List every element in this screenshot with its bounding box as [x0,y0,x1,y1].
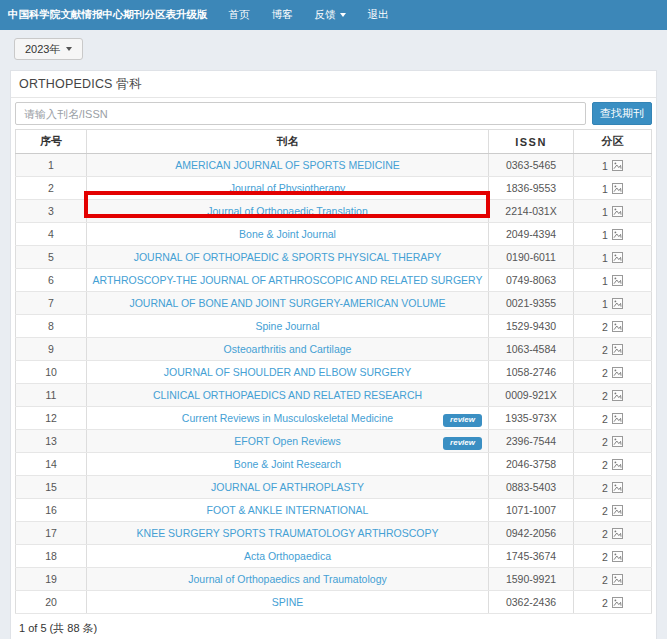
journal-link[interactable]: Bone & Joint Journal [239,228,336,240]
row-index: 3 [16,200,87,223]
journal-name-cell: SPINE [87,591,489,614]
partition-value: 2 [574,315,652,338]
nav-item-blog[interactable]: 博客 [261,8,304,22]
broken-image-icon [612,390,623,401]
journal-link[interactable]: SPINE [272,596,304,608]
partition-value: 1 [574,223,652,246]
journal-name-cell: ARTHROSCOPY-THE JOURNAL OF ARTHROSCOPIC … [87,269,489,292]
journal-name-cell: Journal of Physiotherapy [87,177,489,200]
partition-value: 1 [574,200,652,223]
partition-value: 1 [574,292,652,315]
row-index: 12 [16,407,87,430]
broken-image-icon [612,505,623,516]
issn-value: 0883-5403 [489,476,574,499]
issn-value: 2049-4394 [489,223,574,246]
partition-value: 2 [574,476,652,499]
journal-link[interactable]: Osteoarthritis and Cartilage [224,343,352,355]
partition-value: 2 [574,453,652,476]
journal-name-cell: FOOT & ANKLE INTERNATIONAL [87,499,489,522]
journal-link[interactable]: Spine Journal [255,320,319,332]
journal-link[interactable]: Journal of Orthopaedic Translation [207,205,368,217]
table-row: 17KNEE SURGERY SPORTS TRAUMATOLOGY ARTHR… [16,522,652,545]
row-index: 11 [16,384,87,407]
journal-name-cell: JOURNAL OF ARTHROPLASTY [87,476,489,499]
issn-value: 0362-2436 [489,591,574,614]
search-input[interactable] [15,102,586,125]
broken-image-icon [612,413,623,424]
broken-image-icon [612,229,623,240]
row-index: 18 [16,545,87,568]
broken-image-icon [612,482,623,493]
partition-value: 2 [574,545,652,568]
journal-link[interactable]: JOURNAL OF SHOULDER AND ELBOW SURGERY [164,366,411,378]
partition-value: 1 [574,177,652,200]
search-row: 查找期刊 [15,102,652,125]
journal-link[interactable]: ARTHROSCOPY-THE JOURNAL OF ARTHROSCOPIC … [93,274,483,286]
caret-down-icon [340,13,346,17]
table-row: 9Osteoarthritis and Cartilage1063-45842 [16,338,652,361]
row-index: 8 [16,315,87,338]
journal-link[interactable]: Journal of Physiotherapy [230,182,346,194]
journal-link[interactable]: JOURNAL OF ORTHOPAEDIC & SPORTS PHYSICAL… [134,251,442,263]
navbar-brand[interactable]: 中国科学院文献情报中心期刊分区表升级版 [8,8,208,22]
nav-item-logout[interactable]: 退出 [357,8,400,22]
broken-image-icon [612,206,623,217]
journal-name-cell: JOURNAL OF ORTHOPAEDIC & SPORTS PHYSICAL… [87,246,489,269]
year-dropdown-label: 2023年 [25,42,60,57]
broken-image-icon [612,574,623,585]
nav-item-feedback[interactable]: 反馈 [304,8,357,22]
partition-value: 2 [574,591,652,614]
journal-link[interactable]: KNEE SURGERY SPORTS TRAUMATOLOGY ARTHROS… [137,527,439,539]
table-row: 8Spine Journal1529-94302 [16,315,652,338]
search-button[interactable]: 查找期刊 [592,102,652,125]
broken-image-icon [612,275,623,286]
partition-value: 2 [574,430,652,453]
journal-link[interactable]: JOURNAL OF BONE AND JOINT SURGERY-AMERIC… [129,297,445,309]
nav-item-home-label: 首页 [229,8,250,22]
partition-value: 1 [574,269,652,292]
journal-link[interactable]: AMERICAN JOURNAL OF SPORTS MEDICINE [175,159,400,171]
journal-name-cell: Current Reviews in Musculoskeletal Medic… [87,407,489,430]
broken-image-icon [612,528,623,539]
table-row: 1AMERICAN JOURNAL OF SPORTS MEDICINE0363… [16,154,652,177]
journal-link[interactable]: Acta Orthopaedica [244,550,331,562]
journal-link[interactable]: Current Reviews in Musculoskeletal Medic… [182,412,393,424]
partition-value: 2 [574,499,652,522]
broken-image-icon [612,183,623,194]
caret-down-icon [66,47,72,51]
nav-item-home[interactable]: 首页 [218,8,261,22]
issn-value: 0363-5465 [489,154,574,177]
broken-image-icon [612,597,623,608]
row-index: 1 [16,154,87,177]
broken-image-icon [612,298,623,309]
journal-link[interactable]: JOURNAL OF ARTHROPLASTY [211,481,364,493]
broken-image-icon [612,551,623,562]
header-index: 序号 [16,130,87,154]
journal-link[interactable]: Journal of Orthopaedics and Traumatology [188,573,386,585]
row-index: 20 [16,591,87,614]
issn-value: 1071-1007 [489,499,574,522]
row-index: 7 [16,292,87,315]
table-row: 2Journal of Physiotherapy1836-95531 [16,177,652,200]
partition-value: 1 [574,246,652,269]
row-index: 5 [16,246,87,269]
partition-value: 2 [574,361,652,384]
partition-value: 2 [574,384,652,407]
table-row: 15JOURNAL OF ARTHROPLASTY0883-54032 [16,476,652,499]
journal-name-cell: KNEE SURGERY SPORTS TRAUMATOLOGY ARTHROS… [87,522,489,545]
broken-image-icon [612,321,623,332]
broken-image-icon [612,436,623,447]
partition-value: 2 [574,568,652,591]
journal-name-cell: Bone & Joint Journal [87,223,489,246]
year-dropdown-button[interactable]: 2023年 [14,38,83,60]
row-index: 4 [16,223,87,246]
page-summary: 1 of 5 (共 88 条) [19,621,652,636]
table-row: 14Bone & Joint Research2046-37582 [16,453,652,476]
row-index: 14 [16,453,87,476]
journal-link[interactable]: Bone & Joint Research [234,458,341,470]
journal-link[interactable]: FOOT & ANKLE INTERNATIONAL [207,504,369,516]
journal-link[interactable]: CLINICAL ORTHOPAEDICS AND RELATED RESEAR… [153,389,422,401]
journal-link[interactable]: EFORT Open Reviews [234,435,340,447]
journal-table-body: 1AMERICAN JOURNAL OF SPORTS MEDICINE0363… [16,154,652,614]
issn-value: 2046-3758 [489,453,574,476]
